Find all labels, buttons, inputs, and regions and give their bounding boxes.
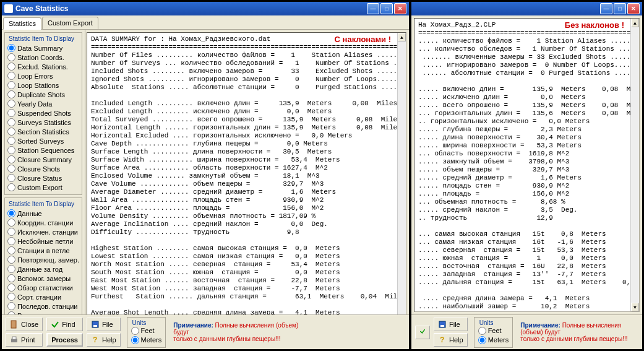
radio-input-g1-9[interactable] [7,128,15,136]
meters-radio-2[interactable] [478,336,486,344]
radio-input-g2-2[interactable] [7,228,15,236]
minimize-button-2[interactable]: — [600,3,612,14]
maximize-button-2[interactable]: □ [614,3,626,14]
maximize-button[interactable]: □ [380,3,393,14]
radio-input-g2-5[interactable] [7,256,15,264]
check-icon [51,320,59,329]
radio-input-g2-8[interactable] [7,284,15,292]
close-button[interactable]: ✕ [394,3,406,14]
radio-g1-3[interactable]: Loop Errors [7,71,79,80]
units-group-2: Units Feet Meters [474,317,513,348]
radio-input-g2-3[interactable] [7,237,15,245]
radio-g2-9[interactable]: Сорт. станции [7,292,79,301]
radio-g2-7[interactable]: Вспомог. замеры [7,274,79,283]
data-line: ..... площадь = 156,0 M^2 [418,190,635,198]
help-button[interactable]: ?Help [87,333,121,347]
radio-input-g2-7[interactable] [7,274,15,282]
scroll-up-icon-2[interactable]: ▲ [631,19,639,27]
radio-g2-4[interactable]: Станции в петле [7,246,79,255]
radio-g2-10[interactable]: Последов. станции [7,301,79,311]
radio-input-g1-2[interactable] [7,63,15,71]
data-line: Total Surveyed .......... всего опрошено… [91,116,402,124]
radio-label-g1-12: Closure Summary [17,155,72,164]
data-line: ....... включенные замеры = 33 Excluded … [418,53,635,61]
file-button-2[interactable]: File [434,318,468,331]
radio-g2-5[interactable]: Повторяющ. замер. [7,255,79,264]
radio-g2-1[interactable]: Координ. станции [7,218,79,227]
radio-g1-9[interactable]: Section Statistics [7,127,79,136]
radio-label-g1-3: Loop Errors [17,72,53,80]
radio-g2-8[interactable]: Обзор статистики [7,283,79,292]
radio-g2-6[interactable]: Данные за год [7,264,79,274]
radio-input-g2-4[interactable] [7,246,15,254]
radio-g1-5[interactable]: Duplicate Shots [7,90,79,99]
radio-g1-14[interactable]: Closure Status [7,173,79,183]
radio-g1-15[interactable]: Custom Export [7,183,79,192]
find-button[interactable]: Find [46,318,83,331]
radio-input-g1-13[interactable] [7,165,15,173]
meters-label: Meters [141,336,162,344]
radio-input-g2-1[interactable] [7,219,15,227]
radio-input-g1-10[interactable] [7,137,15,145]
print-button[interactable]: Print [6,333,43,347]
tab-custom-export[interactable]: Custom Export [42,17,98,29]
radio-g2-3[interactable]: Несбойные петли [7,236,79,246]
radio-input-g1-6[interactable] [7,100,15,108]
radio-input-g1-11[interactable] [7,146,15,154]
data-line: ..... включено длин = 135,9 Meters 0,08 … [418,85,635,93]
find-button-2[interactable] [415,326,430,339]
radio-g1-8[interactable]: Surveys Statistics [7,118,79,127]
radio-g1-2[interactable]: Exclud. Stations. [7,62,79,71]
radio-input-g2-6[interactable] [7,265,15,273]
data-line: South Most Station ..... южная станция =… [91,269,402,277]
scroll-down-icon-2[interactable]: ▼ [631,303,639,311]
radio-input-g1-8[interactable] [7,118,15,126]
radio-input-g1-15[interactable] [7,183,15,191]
radio-g1-1[interactable]: Station Coords. [7,53,79,62]
radio-input-g1-7[interactable] [7,109,15,117]
radio-g1-7[interactable]: Suspended Shots [7,108,79,118]
radio-g2-2[interactable]: Исключен. станции [7,227,79,236]
svg-text:?: ? [93,336,97,344]
radio-label-g1-4: Loop Stations [17,81,59,90]
tab-statistics[interactable]: Statistics [3,17,41,30]
radio-g1-6[interactable]: Yearly Data [7,99,79,108]
close-button[interactable]: Close [6,318,43,331]
help-button-2[interactable]: ?Help [434,333,468,347]
feet-radio[interactable] [131,327,139,335]
radio-g1-4[interactable]: Loop Stations [7,80,79,90]
data-line: Ignored Shots ......... игнорировано зам… [91,76,402,84]
radio-label-g2-2: Исключен. станции [17,228,78,236]
radio-input-g2-10[interactable] [7,302,15,310]
close-button-2[interactable]: ✕ [627,3,640,14]
scroll-up-icon[interactable]: ▲ [398,33,406,41]
svg-rect-2 [12,337,16,339]
svg-rect-7 [440,325,444,327]
radio-input-g1-5[interactable] [7,90,15,98]
data-line: Excluded Length ........ исключено длин … [91,108,402,116]
radio-g2-0[interactable]: Данные [7,209,79,218]
radio-input-g1-3[interactable] [7,72,15,80]
meters-radio[interactable] [131,336,139,344]
radio-input-g1-12[interactable] [7,155,15,163]
radio-g1-12[interactable]: Closure Summary [7,155,79,164]
radio-input-g1-0[interactable] [7,44,15,52]
radio-input-g1-4[interactable] [7,81,15,89]
process-button[interactable]: Process [46,333,83,347]
file-button[interactable]: File [87,318,121,331]
radio-input-g2-0[interactable] [7,209,15,217]
radio-g1-10[interactable]: Sorted Surveys [7,136,79,145]
data-line: Surface Width ........... ширина поверхн… [91,156,402,164]
radio-input-g1-14[interactable] [7,174,15,182]
scrollbar[interactable]: ▲ ▼ [397,33,406,347]
svg-rect-0 [11,321,16,328]
scrollbar-2[interactable]: ▲ ▼ [630,19,639,311]
radio-g1-0[interactable]: Data Summary [7,43,79,53]
radio-input-g2-9[interactable] [7,293,15,301]
data-line: Absolute Stations ..... абсолютные станц… [91,84,402,92]
radio-g1-11[interactable]: Station Sequences [7,145,79,155]
minimize-button[interactable]: — [367,3,379,14]
feet-radio-2[interactable] [478,327,486,335]
radio-g1-13[interactable]: Closure Shots [7,164,79,173]
radio-input-g1-1[interactable] [7,53,15,61]
